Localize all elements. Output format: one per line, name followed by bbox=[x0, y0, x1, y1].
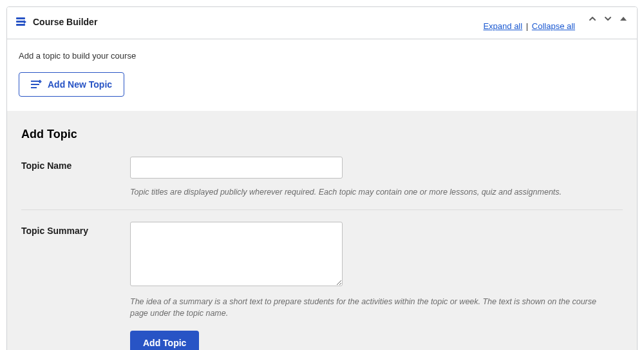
chevron-down-icon[interactable] bbox=[603, 14, 612, 23]
caret-up-icon[interactable] bbox=[619, 14, 628, 23]
topic-summary-label: Topic Summary bbox=[21, 222, 130, 236]
course-builder-panel: Course Builder Expand all | Collapse all bbox=[6, 6, 638, 350]
topic-name-input[interactable] bbox=[130, 157, 343, 179]
caret-group bbox=[588, 12, 628, 23]
svg-rect-1 bbox=[16, 21, 25, 23]
header-left: Course Builder bbox=[16, 17, 97, 27]
builder-icon bbox=[16, 17, 26, 26]
topic-summary-input-col: The idea of a summary is a short text to… bbox=[130, 222, 623, 350]
form-row-topic-summary: Topic Summary The idea of a summary is a… bbox=[21, 222, 623, 350]
expand-all-link[interactable]: Expand all bbox=[483, 21, 522, 31]
add-topic-submit-button[interactable]: Add Topic bbox=[130, 331, 199, 350]
instruction-text: Add a topic to build your course bbox=[19, 51, 625, 61]
add-list-icon bbox=[31, 80, 43, 89]
svg-marker-4 bbox=[620, 17, 627, 21]
panel-body-top: Add a topic to build your course Add New… bbox=[7, 39, 637, 111]
form-row-topic-name: Topic Name Topic titles are displayed pu… bbox=[21, 157, 623, 210]
topic-summary-input[interactable] bbox=[130, 222, 343, 286]
topic-summary-hint: The idea of a summary is a short text to… bbox=[130, 296, 600, 319]
expand-collapse-links: Expand all | Collapse all bbox=[483, 12, 575, 31]
chevron-up-icon[interactable] bbox=[588, 14, 597, 23]
header-right: Expand all | Collapse all bbox=[483, 12, 628, 31]
topic-name-label: Topic Name bbox=[21, 157, 130, 171]
topic-name-hint: Topic titles are displayed publicly wher… bbox=[130, 186, 600, 198]
topic-name-input-col: Topic titles are displayed publicly wher… bbox=[130, 157, 623, 198]
form-title: Add Topic bbox=[21, 128, 623, 141]
svg-marker-3 bbox=[24, 20, 26, 24]
add-new-topic-label: Add New Topic bbox=[48, 79, 112, 90]
links-separator: | bbox=[525, 21, 529, 31]
panel-header: Course Builder Expand all | Collapse all bbox=[7, 7, 637, 39]
panel-title: Course Builder bbox=[33, 17, 97, 27]
collapse-all-link[interactable]: Collapse all bbox=[532, 21, 575, 31]
add-new-topic-button[interactable]: Add New Topic bbox=[19, 72, 124, 97]
add-topic-form: Add Topic Topic Name Topic titles are di… bbox=[7, 111, 637, 350]
svg-rect-0 bbox=[16, 17, 25, 19]
svg-rect-2 bbox=[16, 24, 25, 26]
